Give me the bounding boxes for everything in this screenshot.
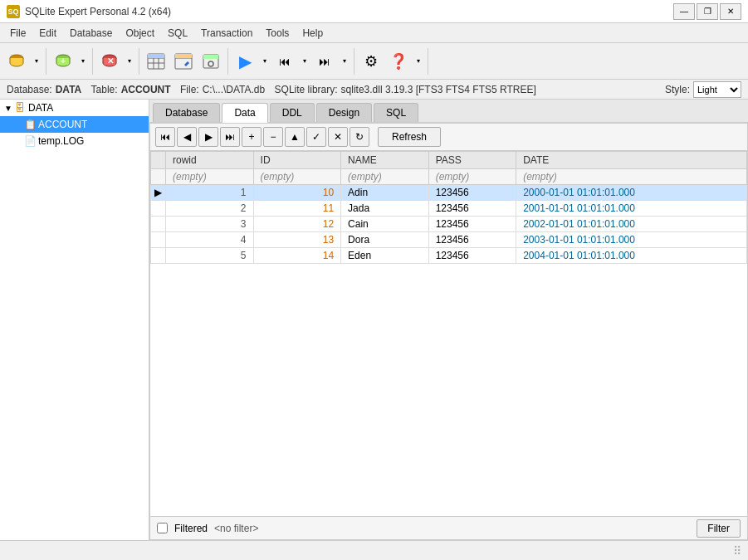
table-edit-button[interactable] xyxy=(170,48,197,75)
cell-id[interactable]: 11 xyxy=(253,201,341,217)
cell-rowid[interactable]: 5 xyxy=(166,248,254,264)
next-record-button[interactable]: ▶ xyxy=(198,127,218,147)
step-back-dropdown[interactable]: ▾ xyxy=(299,48,310,75)
svg-text:✕: ✕ xyxy=(107,56,114,66)
tree-item-data-db[interactable]: ▼ 🗄 DATA xyxy=(0,100,149,116)
open-database-dropdown[interactable]: ▾ xyxy=(31,48,42,75)
menu-database[interactable]: Database xyxy=(63,26,119,41)
menu-edit[interactable]: Edit xyxy=(32,26,63,41)
table-row[interactable]: 312Cain1234562002-01-01 01:01:01.000 xyxy=(151,217,747,232)
table-name: ACCOUNT xyxy=(121,84,171,95)
menu-object[interactable]: Object xyxy=(119,26,161,41)
prev-record-button[interactable]: ◀ xyxy=(177,127,197,147)
col-rowid[interactable]: rowid xyxy=(166,152,254,169)
tree-label-data: DATA xyxy=(28,102,53,114)
svg-rect-15 xyxy=(203,55,218,59)
menu-tools[interactable]: Tools xyxy=(259,26,296,41)
nav-tool-group: ▶ ▾ ⏮ ▾ ⏭ ▾ xyxy=(232,48,354,75)
cell-pass[interactable]: 123456 xyxy=(428,201,516,217)
cell-name[interactable]: Jada xyxy=(341,201,429,217)
cell-date[interactable]: 2004-01-01 01:01:01.000 xyxy=(516,248,747,264)
cell-name[interactable]: Cain xyxy=(341,217,429,232)
col-date[interactable]: DATE xyxy=(516,152,747,169)
new-database-dropdown[interactable]: ▾ xyxy=(77,48,89,75)
database-label: Database: xyxy=(7,84,52,95)
table-design-button[interactable] xyxy=(198,48,224,75)
filtered-label: Filtered xyxy=(174,523,208,534)
table-row[interactable]: 413Dora1234562003-01-01 01:01:01.000 xyxy=(151,232,747,248)
move-up-button[interactable]: ▲ xyxy=(285,127,305,147)
status-bar: ⠿ xyxy=(0,540,748,560)
cancel-edit-button[interactable]: ✕ xyxy=(328,127,348,147)
tab-ddl[interactable]: DDL xyxy=(270,103,315,122)
settings-button[interactable]: ⚙ xyxy=(358,48,384,75)
refresh-button[interactable]: Refresh xyxy=(378,127,441,147)
svg-rect-13 xyxy=(175,54,192,58)
cell-pass[interactable]: 123456 xyxy=(428,248,516,264)
tree-item-templog[interactable]: 📄 temp.LOG xyxy=(0,133,149,149)
open-database-button[interactable] xyxy=(3,48,30,75)
last-record-button[interactable]: ⏭ xyxy=(220,127,240,147)
style-select-input[interactable]: Light Dark Classic xyxy=(693,81,741,98)
cell-rowid[interactable]: 1 xyxy=(166,185,254,201)
close-button[interactable]: ✕ xyxy=(720,3,741,20)
filtered-checkbox[interactable] xyxy=(157,523,168,533)
cell-date[interactable]: 2002-01-01 01:01:01.000 xyxy=(516,217,747,232)
expand-icon[interactable]: ▼ xyxy=(3,103,13,113)
col-name[interactable]: NAME xyxy=(341,152,429,169)
delete-record-button[interactable]: − xyxy=(263,127,283,147)
tree-item-account[interactable]: 📋 ACCOUNT xyxy=(0,116,149,133)
cell-name[interactable]: Eden xyxy=(341,248,429,264)
step-back-button[interactable]: ⏮ xyxy=(271,48,298,75)
restore-button[interactable]: ❐ xyxy=(697,3,718,20)
cell-id[interactable]: 12 xyxy=(253,217,341,232)
cell-rowid[interactable]: 2 xyxy=(166,201,254,217)
table-view-button[interactable] xyxy=(143,48,169,75)
minimize-button[interactable]: — xyxy=(673,3,695,20)
cell-id[interactable]: 13 xyxy=(253,232,341,248)
close-database-dropdown[interactable]: ▾ xyxy=(124,48,135,75)
step-button[interactable]: ⏭ xyxy=(311,48,338,75)
tab-data[interactable]: Data xyxy=(222,103,267,123)
cell-name[interactable]: Adin xyxy=(341,185,429,201)
tree-panel: ▼ 🗄 DATA 📋 ACCOUNT 📄 temp.LOG xyxy=(0,100,149,540)
tab-database[interactable]: Database xyxy=(153,103,220,122)
cell-name[interactable]: Dora xyxy=(341,232,429,248)
run-button[interactable]: ▶ xyxy=(232,48,258,75)
menu-file[interactable]: File xyxy=(3,26,32,41)
refresh-small-button[interactable]: ↻ xyxy=(350,127,369,147)
confirm-button[interactable]: ✓ xyxy=(306,127,326,147)
tabs: Database Data DDL Design SQL xyxy=(149,100,748,123)
close-database-button[interactable]: ✕ xyxy=(96,48,123,75)
cell-id[interactable]: 14 xyxy=(253,248,341,264)
run-dropdown[interactable]: ▾ xyxy=(259,48,271,75)
cell-rowid[interactable]: 4 xyxy=(166,232,254,248)
menu-help[interactable]: Help xyxy=(296,26,330,41)
col-pass[interactable]: PASS xyxy=(428,152,516,169)
cell-id[interactable]: 10 xyxy=(253,185,341,201)
cell-pass[interactable]: 123456 xyxy=(428,217,516,232)
cell-pass[interactable]: 123456 xyxy=(428,185,516,201)
tab-sql[interactable]: SQL xyxy=(374,103,418,122)
first-record-button[interactable]: ⏮ xyxy=(155,127,175,147)
menu-sql[interactable]: SQL xyxy=(161,26,194,41)
cell-date[interactable]: 2000-01-01 01:01:01.000 xyxy=(516,185,747,201)
help-button[interactable]: ❓ xyxy=(385,48,412,75)
toolbar: ▾ + ▾ ✕ ▾ ▶ ▾ ⏮ ▾ ⏭ ▾ ⚙ ❓ ▾ xyxy=(0,43,748,80)
new-database-button[interactable]: + xyxy=(50,48,76,75)
table-row[interactable]: 211Jada1234562001-01-01 01:01:01.000 xyxy=(151,201,747,217)
help-dropdown[interactable]: ▾ xyxy=(413,48,424,75)
cell-date[interactable]: 2001-01-01 01:01:01.000 xyxy=(516,201,747,217)
cell-pass[interactable]: 123456 xyxy=(428,232,516,248)
add-record-button[interactable]: + xyxy=(242,127,262,147)
table-row[interactable]: 514Eden1234562004-01-01 01:01:01.000 xyxy=(151,248,747,264)
step-dropdown[interactable]: ▾ xyxy=(339,48,350,75)
style-selector[interactable]: Style: Light Dark Classic xyxy=(665,81,741,98)
table-row[interactable]: ▶110Adin1234562000-01-01 01:01:01.000 xyxy=(151,185,747,201)
cell-date[interactable]: 2003-01-01 01:01:01.000 xyxy=(516,232,747,248)
tab-design[interactable]: Design xyxy=(316,103,372,122)
filter-button[interactable]: Filter xyxy=(697,519,741,538)
menu-transaction[interactable]: Transaction xyxy=(194,26,259,41)
cell-rowid[interactable]: 3 xyxy=(166,217,254,232)
col-id[interactable]: ID xyxy=(253,152,341,169)
